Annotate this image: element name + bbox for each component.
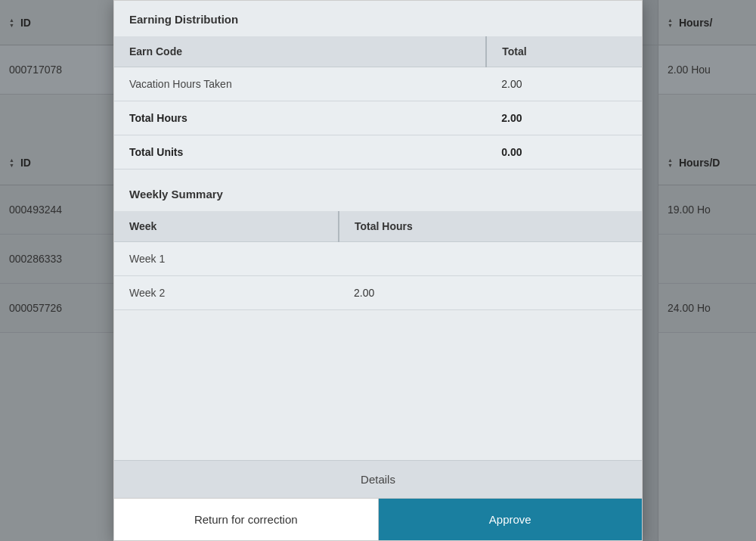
earning-header-row: Earn Code Total bbox=[114, 36, 642, 67]
total-units-value: 0.00 bbox=[486, 135, 642, 169]
weekly-summary-title: Weekly Summary bbox=[114, 176, 642, 211]
weekly-header-row: Week Total Hours bbox=[114, 211, 642, 242]
table-row: Week 1 bbox=[114, 242, 642, 276]
details-bar[interactable]: Details bbox=[114, 460, 642, 498]
table-row: Total Hours 2.00 bbox=[114, 101, 642, 135]
table-row: Vacation Hours Taken 2.00 bbox=[114, 67, 642, 101]
total-hours-value: 2.00 bbox=[486, 101, 642, 135]
earn-total-header: Total bbox=[486, 36, 642, 67]
return-for-correction-button[interactable]: Return for correction bbox=[114, 499, 379, 540]
earn-code-header: Earn Code bbox=[114, 36, 486, 67]
approve-button[interactable]: Approve bbox=[379, 499, 643, 540]
week2-label: Week 2 bbox=[114, 276, 339, 310]
total-units-label: Total Units bbox=[114, 135, 486, 169]
week-total-hours-header: Total Hours bbox=[339, 211, 642, 242]
vacation-hours-value: 2.00 bbox=[486, 67, 642, 101]
table-row: Total Units 0.00 bbox=[114, 135, 642, 169]
vacation-hours-label: Vacation Hours Taken bbox=[114, 67, 486, 101]
modal-body[interactable]: Earning Distribution Earn Code Total Vac… bbox=[114, 1, 642, 460]
weekly-summary-table: Week Total Hours Week 1 Week 2 2.00 bbox=[114, 211, 642, 310]
week1-label: Week 1 bbox=[114, 242, 339, 276]
earning-distribution-title: Earning Distribution bbox=[114, 1, 642, 36]
weekly-summary-section: Weekly Summary Week Total Hours Week 1 bbox=[114, 176, 642, 310]
earning-distribution-table: Earn Code Total Vacation Hours Taken 2.0… bbox=[114, 36, 642, 169]
earning-distribution-section: Earning Distribution Earn Code Total Vac… bbox=[114, 1, 642, 169]
table-row: Week 2 2.00 bbox=[114, 276, 642, 310]
modal-dialog: Earning Distribution Earn Code Total Vac… bbox=[113, 0, 643, 541]
week1-value bbox=[339, 242, 642, 276]
week2-value: 2.00 bbox=[339, 276, 642, 310]
total-hours-label: Total Hours bbox=[114, 101, 486, 135]
week-header: Week bbox=[114, 211, 339, 242]
modal-footer: Return for correction Approve bbox=[114, 498, 642, 540]
modal-overlay: Earning Distribution Earn Code Total Vac… bbox=[0, 0, 756, 541]
